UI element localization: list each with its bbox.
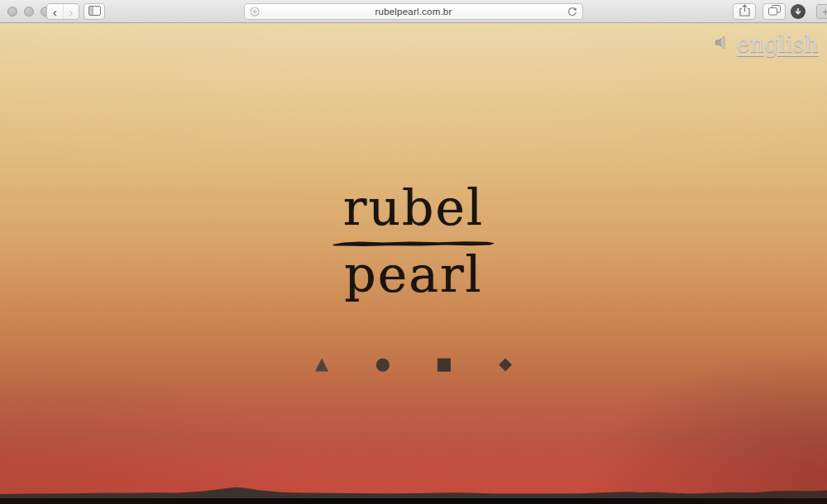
traffic-lights [7, 7, 50, 17]
refresh-icon[interactable] [567, 7, 577, 17]
share-button[interactable] [733, 3, 756, 20]
diamond-icon[interactable]: ◆ [496, 354, 514, 373]
circle-icon[interactable]: ● [374, 354, 392, 373]
logo-word-rubel: rubel [0, 178, 827, 237]
shape-nav: ▲ ● ■ ◆ [0, 354, 827, 373]
square-icon[interactable]: ■ [435, 354, 453, 373]
downloads-button[interactable] [791, 4, 805, 19]
close-button[interactable] [7, 7, 17, 17]
triangle-icon[interactable]: ▲ [313, 354, 331, 373]
nav-button-group: ‹ › [46, 3, 79, 20]
new-tab-button[interactable]: + [816, 4, 827, 19]
speaker-icon [715, 36, 730, 53]
url-text: rubelpearl.com.br [260, 7, 567, 17]
address-bar[interactable]: rubelpearl.com.br [244, 3, 583, 20]
tabs-icon [768, 4, 781, 19]
mountain-silhouette [0, 483, 827, 504]
tab-overview-button[interactable] [762, 3, 786, 20]
reader-icon[interactable] [250, 7, 260, 17]
download-icon [794, 4, 802, 19]
minimize-button[interactable] [24, 7, 34, 17]
sidebar-toggle-button[interactable] [84, 3, 105, 20]
language-label: english [737, 33, 819, 55]
back-button[interactable]: ‹ [47, 4, 64, 19]
safari-window: ‹ › rubelpearl.com.br [0, 0, 827, 504]
share-icon [739, 4, 750, 20]
site-logo: rubel pearl [0, 178, 827, 301]
language-switch-link[interactable]: english [715, 33, 819, 55]
sidebar-icon [88, 4, 101, 19]
page-viewport: english rubel pearl ▲ ● ■ ◆ [0, 23, 827, 504]
browser-toolbar: ‹ › rubelpearl.com.br [0, 0, 827, 23]
forward-button[interactable]: › [64, 4, 79, 19]
logo-word-pearl: pearl [0, 248, 827, 301]
